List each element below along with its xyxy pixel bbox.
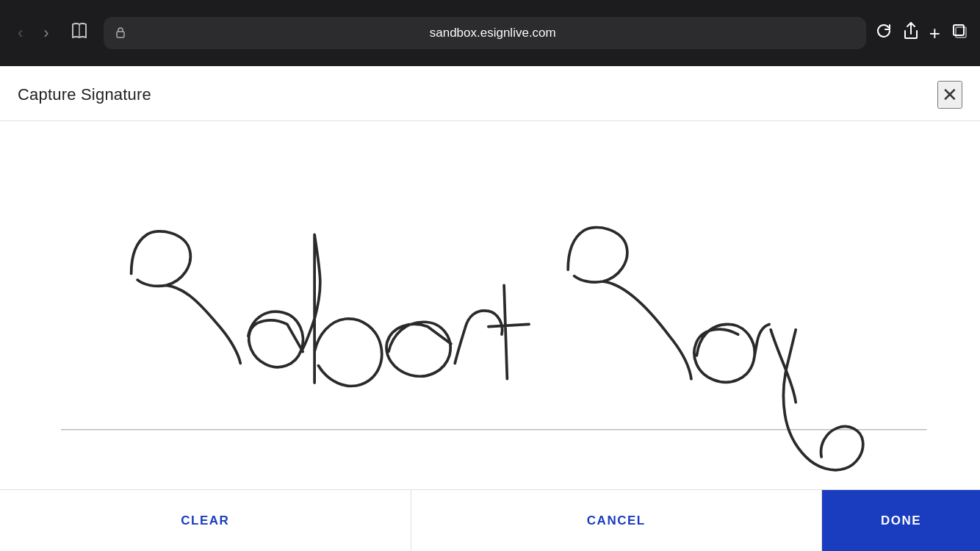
add-tab-button[interactable]: + (929, 22, 940, 45)
url-bar[interactable]: sandbox.esignlive.com (104, 17, 866, 49)
cancel-button[interactable]: CANCEL (411, 490, 823, 551)
modal-footer: CLEAR CANCEL DONE (0, 489, 980, 551)
signature-canvas-area[interactable] (0, 121, 980, 489)
bookmarks-icon[interactable] (64, 18, 95, 48)
share-button[interactable] (903, 21, 919, 45)
signature-display (22, 136, 958, 489)
close-button[interactable]: ✕ (937, 81, 962, 109)
modal-title: Capture Signature (18, 85, 151, 104)
browser-action-buttons: + (875, 21, 968, 45)
clear-button[interactable]: CLEAR (0, 490, 411, 551)
forward-button[interactable]: › (37, 21, 54, 46)
modal-header: Capture Signature ✕ (0, 66, 980, 121)
lock-icon (115, 26, 126, 40)
back-button[interactable]: ‹ (12, 21, 29, 46)
reload-button[interactable] (875, 22, 893, 44)
url-text: sandbox.esignlive.com (131, 26, 854, 40)
browser-chrome: ‹ › sandbox.esignlive.com (0, 0, 980, 66)
done-button[interactable]: DONE (822, 490, 980, 551)
signature-svg (22, 136, 958, 489)
svg-rect-1 (117, 32, 124, 37)
capture-signature-modal: Capture Signature ✕ (0, 66, 980, 551)
tabs-button[interactable] (951, 22, 968, 44)
